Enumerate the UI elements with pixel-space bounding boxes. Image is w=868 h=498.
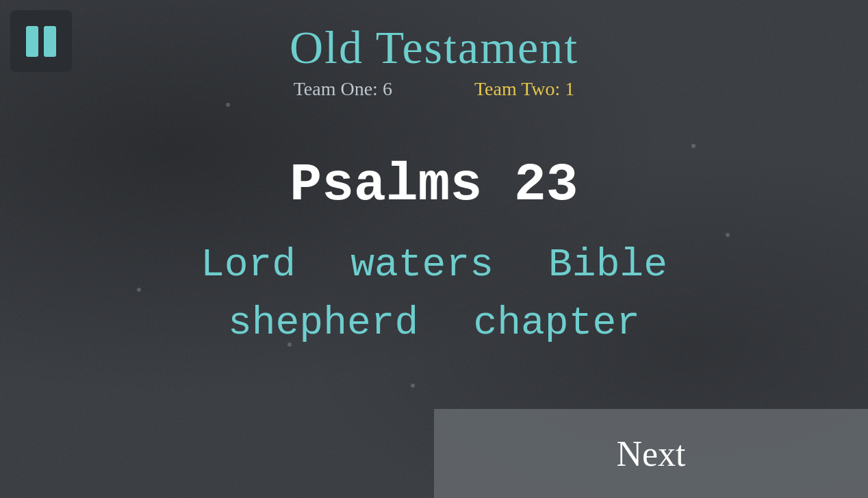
team-one-score: Team One: 6	[294, 78, 392, 100]
page-title: Old Testament	[0, 21, 868, 75]
word-grid: Lord waters Bible shepherd chapter	[0, 242, 868, 345]
word-row-1: Lord waters Bible	[201, 242, 667, 287]
word-bible[interactable]: Bible	[548, 242, 667, 287]
next-button[interactable]: Next	[616, 434, 685, 474]
next-panel[interactable]: Next	[434, 409, 868, 498]
team-two-score: Team Two: 1	[474, 78, 574, 100]
word-shepherd[interactable]: shepherd	[228, 301, 418, 345]
pause-button[interactable]	[10, 10, 72, 72]
main-content: Psalms 23 Lord waters Bible shepherd cha…	[0, 155, 868, 345]
word-waters[interactable]: waters	[350, 242, 494, 287]
pause-bar-right	[44, 26, 56, 57]
header: Old Testament Team One: 6 Team Two: 1	[0, 0, 868, 100]
scores-row: Team One: 6 Team Two: 1	[0, 78, 868, 100]
psalm-title: Psalms 23	[0, 155, 868, 215]
pause-bar-left	[26, 26, 38, 57]
word-chapter[interactable]: chapter	[473, 301, 640, 345]
word-row-2: shepherd chapter	[228, 301, 640, 345]
word-lord[interactable]: Lord	[201, 242, 296, 287]
